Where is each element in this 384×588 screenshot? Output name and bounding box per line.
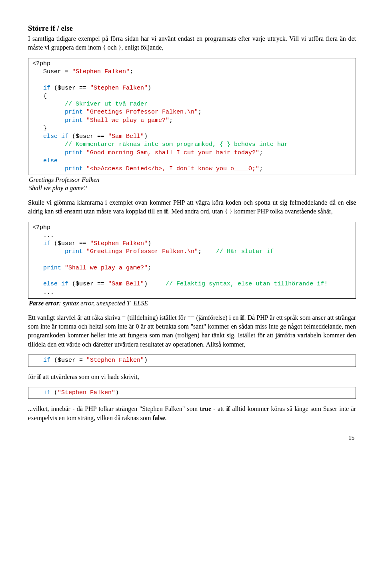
code-text <box>32 357 43 364</box>
code-text <box>32 389 43 396</box>
code-string: "Shall we play a game?" <box>65 265 148 271</box>
code-text: ( <box>50 389 58 396</box>
paragraph-5: ...vilket, innebär - då PHP tolkar strän… <box>28 405 356 423</box>
code-text <box>32 248 65 255</box>
bold: true <box>200 405 211 412</box>
code-text <box>32 133 43 140</box>
code-text: ) <box>144 281 166 287</box>
code-text <box>32 281 43 287</box>
bold: false <box>152 415 165 421</box>
code-text <box>32 141 65 148</box>
text: : syntax error, unexpected T_ELSE <box>59 300 148 307</box>
code-text: ) <box>148 85 151 92</box>
code-text <box>32 240 43 247</box>
paragraph-4: för if att utvärderas som om vi hade skr… <box>28 373 356 381</box>
text: ...vilket, innebär - då PHP tolkar strän… <box>28 405 200 412</box>
code-string: "Greetings Professor Falken.\n" <box>86 248 198 255</box>
code-text: } <box>32 125 47 132</box>
code-text: ; <box>130 68 133 75</box>
bold: else <box>346 199 356 206</box>
code-keyword: if <box>43 357 50 364</box>
code-text <box>83 109 86 116</box>
code-comment: // Här slutar if <box>216 248 274 255</box>
code-text: ($user = <box>50 357 86 364</box>
section-heading: Större if / else <box>28 24 356 33</box>
text: Ett vanligt slarvfel är att råka skriva … <box>28 314 240 321</box>
code-text <box>32 149 65 156</box>
code-block-4: if ("Stephen Falken") <box>28 387 356 399</box>
code-text: ; <box>148 265 151 271</box>
code-text: ($user == <box>50 240 90 247</box>
code-text: ) <box>115 389 119 396</box>
code-text <box>61 265 65 271</box>
code-text: ) <box>148 240 151 247</box>
code-text <box>32 265 43 271</box>
code-keyword: print <box>65 117 83 124</box>
code-string: "<b>Access Denied</b>, I don't know you … <box>86 165 259 172</box>
code-string: "Shall we play a game?" <box>86 117 169 124</box>
code-string: "Stephen Falken" <box>86 357 144 364</box>
code-text <box>32 165 65 172</box>
code-keyword: else if <box>43 133 68 140</box>
page-number: 15 <box>28 435 356 441</box>
code-text: ) <box>144 357 148 364</box>
code-comment: // Skriver ut två rader <box>65 101 148 108</box>
code-text <box>83 248 86 255</box>
code-text: ... <box>32 289 54 296</box>
code-text <box>32 157 43 164</box>
code-keyword: else if <box>43 281 68 287</box>
output-line: Shall we play a game? <box>29 185 87 191</box>
code-string: "Stephen Falken" <box>58 389 115 396</box>
code-text: ; <box>259 149 263 156</box>
code-keyword: if <box>43 85 50 92</box>
code-text: ($user == <box>68 133 108 140</box>
text: att utvärderas som om vi hade skrivit, <box>41 373 139 380</box>
code-text <box>83 165 86 172</box>
code-text: { <box>32 93 47 100</box>
code-line: <?php <box>32 60 50 67</box>
code-keyword: print <box>65 109 83 116</box>
code-string: "Sam Bell" <box>108 281 144 287</box>
text: . Med andra ord, utan { } kommer PHP tol… <box>168 208 332 215</box>
bold: if <box>226 405 230 412</box>
bold: if <box>37 373 41 380</box>
text: aldrig kan stå ensamt utan måste vara ko… <box>28 208 164 215</box>
code-block-2: <?php ... if ($user == "Stephen Falken")… <box>28 222 356 299</box>
code-text <box>32 109 65 116</box>
code-block-3: if ($user = "Stephen Falken") <box>28 355 356 367</box>
code-text <box>32 117 65 124</box>
code-comment: // Kommentarer räknas inte som programko… <box>65 141 288 148</box>
code-keyword: print <box>65 248 83 255</box>
code-text: ($user == <box>68 281 108 287</box>
text: . <box>165 415 167 421</box>
code-text: ; <box>198 109 202 116</box>
output-line: Greetings Professor Falken <box>29 176 100 183</box>
code-text: ; <box>169 117 173 124</box>
code-keyword: if <box>43 389 50 396</box>
code-text: ... <box>32 232 54 239</box>
code-string: "Stephen Falken" <box>72 68 130 75</box>
code-text: ) <box>144 133 148 140</box>
bold: if <box>240 314 244 321</box>
code-string: "Good morning Sam, shall I cut your hair… <box>86 149 259 156</box>
code-keyword: print <box>43 265 61 271</box>
code-line: <?php <box>32 224 50 231</box>
code-string: "Greetings Professor Falken.\n" <box>86 109 198 116</box>
output-2: Parse error: syntax error, unexpected T_… <box>29 299 356 308</box>
intro-paragraph: I samtliga tidigare exempel på förra sid… <box>28 34 356 52</box>
paragraph-2: Skulle vi glömma klamrarna i exemplet ov… <box>28 198 356 216</box>
code-keyword: print <box>65 165 83 172</box>
code-block-1: <?php $user = "Stephen Falken"; if ($use… <box>28 58 356 175</box>
code-comment: // Felaktig syntax, else utan tillhörand… <box>166 281 328 287</box>
page: Större if / else I samtliga tidigare exe… <box>0 0 384 453</box>
code-string: "Sam Bell" <box>108 133 144 140</box>
code-text <box>32 85 43 92</box>
paragraph-3: Ett vanligt slarvfel är att råka skriva … <box>28 313 356 349</box>
code-text: ; <box>198 248 216 255</box>
code-text: ; <box>259 165 263 172</box>
code-keyword: if <box>43 240 50 247</box>
code-string: "Stephen Falken" <box>90 240 148 247</box>
code-text <box>32 101 65 108</box>
code-keyword: else <box>43 157 58 164</box>
code-text <box>83 149 86 156</box>
